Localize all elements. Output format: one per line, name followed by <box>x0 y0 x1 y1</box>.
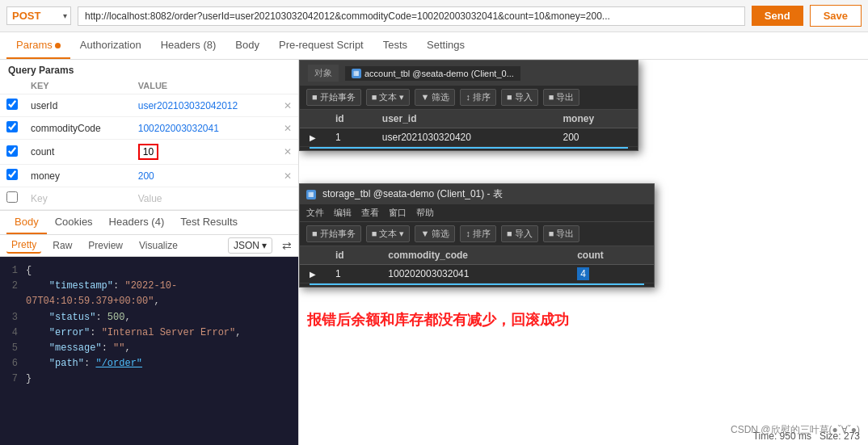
json-toolbar: Pretty Raw Preview Visualize JSON ▾ ⇄ <box>0 235 298 257</box>
wrap-icon[interactable]: ⇄ <box>282 239 292 252</box>
tab-body[interactable]: Body <box>225 32 269 59</box>
import-btn[interactable]: ■ 导入 <box>501 89 538 106</box>
col-id[interactable]: id <box>326 110 373 128</box>
tab-tests[interactable]: Tests <box>373 32 417 59</box>
method-select[interactable]: POST GET PUT DELETE <box>6 6 71 25</box>
menu-window[interactable]: 窗口 <box>389 207 407 219</box>
export-btn2[interactable]: ■ 导出 <box>543 225 580 242</box>
tab-pre-request[interactable]: Pre-request Script <box>269 32 373 59</box>
response-tabs: Body Cookies Headers (4) Test Results <box>0 210 298 235</box>
params-dot <box>55 43 61 48</box>
row-checkbox-cell[interactable] <box>0 140 24 165</box>
table-row-placeholder: Key Value <box>0 187 298 210</box>
row-delete[interactable]: ✕ <box>277 117 298 140</box>
row-delete[interactable]: ✕ <box>277 140 298 165</box>
row-checkbox-cell[interactable] <box>0 165 24 187</box>
cell-count: 4 <box>567 265 654 283</box>
text-btn[interactable]: ■ 文本 ▾ <box>366 89 411 106</box>
json-key-message: "message" <box>49 342 102 354</box>
menu-file[interactable]: 文件 <box>306 207 324 219</box>
method-wrapper[interactable]: POST GET PUT DELETE ▾ <box>6 6 71 25</box>
text-btn2[interactable]: ■ 文本 ▾ <box>366 225 411 242</box>
row-value[interactable]: 200 <box>132 165 277 187</box>
sort-btn[interactable]: ↕ 排序 <box>460 89 496 106</box>
code-line-5: 5 "message": "", <box>0 341 298 356</box>
row-key: money <box>24 165 132 187</box>
code-line-1: 1 { <box>0 263 298 279</box>
begin-txn-btn2[interactable]: ■ 开始事务 <box>306 225 361 242</box>
row-delete[interactable]: ✕ <box>277 165 298 187</box>
col-count[interactable]: count <box>567 246 654 265</box>
filter-btn2[interactable]: ▼ 筛选 <box>415 225 455 242</box>
pretty-btn[interactable]: Pretty <box>6 237 41 254</box>
tab-body-response[interactable]: Body <box>6 211 47 234</box>
row-delete[interactable]: ✕ <box>277 94 298 117</box>
json-val-path[interactable]: "/order" <box>95 358 142 369</box>
row-key-placeholder[interactable]: Key <box>24 187 132 210</box>
row-value[interactable]: user202103032042012 <box>132 94 277 117</box>
json-key-timestamp: "timestamp" <box>49 280 113 292</box>
col-user-id[interactable]: user_id <box>373 110 554 128</box>
row-value-placeholder[interactable]: Value <box>132 187 277 210</box>
col-id[interactable]: id <box>326 246 378 265</box>
json-val-error: "Internal Server Error" <box>102 327 236 338</box>
account-popup-header: 对象 ▦ account_tbl @seata-demo (Client_0..… <box>300 61 638 86</box>
save-button[interactable]: Save <box>810 5 862 27</box>
popup-tab-object[interactable]: 对象 <box>308 65 339 82</box>
row-checkbox-cell[interactable] <box>0 117 24 140</box>
json-format-select[interactable]: JSON ▾ <box>228 237 272 254</box>
count-underline <box>310 283 644 285</box>
table-row: ▶ 1 user2021030320420 200 <box>300 128 638 147</box>
params-section: Query Params KEY VALUE userId user202103… <box>0 60 298 210</box>
url-input[interactable] <box>78 6 745 26</box>
visualize-btn[interactable]: Visualize <box>134 238 183 253</box>
col-commodity-code[interactable]: commodity_code <box>378 246 567 265</box>
line-content-4: "error": "Internal Server Error", <box>26 325 241 341</box>
right-panel: 对象 ▦ account_tbl @seata-demo (Client_0..… <box>299 60 868 445</box>
tab-authorization[interactable]: Authorization <box>70 32 151 59</box>
menu-view[interactable]: 查看 <box>361 207 379 219</box>
tab-settings[interactable]: Settings <box>417 32 474 59</box>
preview-btn[interactable]: Preview <box>83 238 128 253</box>
popup-tab-table[interactable]: ▦ account_tbl @seata-demo (Client_0... <box>345 66 520 81</box>
menu-help[interactable]: 帮助 <box>416 207 434 219</box>
request-tabs: Params Authorization Headers (8) Body Pr… <box>0 32 868 60</box>
col-money[interactable]: money <box>553 110 638 128</box>
row-checkbox[interactable] <box>6 99 18 110</box>
account-toolbar: ■ 开始事务 ■ 文本 ▾ ▼ 筛选 ↕ 排序 ■ 导入 ■ 导出 <box>300 86 638 110</box>
sort-btn2[interactable]: ↕ 排序 <box>460 225 496 242</box>
row-checkbox[interactable] <box>6 169 18 180</box>
main-content: Query Params KEY VALUE userId user202103… <box>0 60 868 445</box>
send-button[interactable]: Send <box>752 6 803 26</box>
begin-txn-btn[interactable]: ■ 开始事务 <box>306 89 361 106</box>
row-key: count <box>24 140 132 165</box>
row-checkbox[interactable] <box>6 191 18 203</box>
row-checkbox[interactable] <box>6 121 18 132</box>
row-checkbox-cell[interactable] <box>0 94 24 117</box>
row-value[interactable]: 10 <box>132 140 277 165</box>
tab-headers[interactable]: Headers (8) <box>151 32 226 59</box>
row-checkbox[interactable] <box>6 145 18 157</box>
raw-btn[interactable]: Raw <box>48 238 77 253</box>
storage-popup-title: storage_tbl @seata-demo (Client_01) - 表 <box>322 187 503 201</box>
table-icon: ▦ <box>352 69 361 78</box>
cell-id: 1 <box>326 265 378 283</box>
menu-edit[interactable]: 编辑 <box>334 207 352 219</box>
filter-btn[interactable]: ▼ 筛选 <box>415 89 455 106</box>
line-content-6: "path": "/order" <box>26 356 142 372</box>
code-line-4: 4 "error": "Internal Server Error", <box>0 325 298 341</box>
row-checkbox-cell[interactable] <box>0 187 24 210</box>
export-btn[interactable]: ■ 导出 <box>543 89 580 106</box>
count-value-outlined[interactable]: 10 <box>138 144 158 160</box>
account-table-popup: 对象 ▦ account_tbl @seata-demo (Client_0..… <box>299 60 638 151</box>
query-params-label: Query Params <box>0 60 298 78</box>
tab-test-results[interactable]: Test Results <box>172 211 246 234</box>
format-label: JSON <box>234 240 259 251</box>
col-arrow <box>300 246 326 265</box>
import-btn2[interactable]: ■ 导入 <box>501 225 538 242</box>
format-arrow-icon: ▾ <box>262 240 267 251</box>
tab-params[interactable]: Params <box>6 32 70 59</box>
row-value[interactable]: 100202003032041 <box>132 117 277 140</box>
tab-headers-response[interactable]: Headers (4) <box>101 211 173 234</box>
tab-cookies[interactable]: Cookies <box>47 211 101 234</box>
